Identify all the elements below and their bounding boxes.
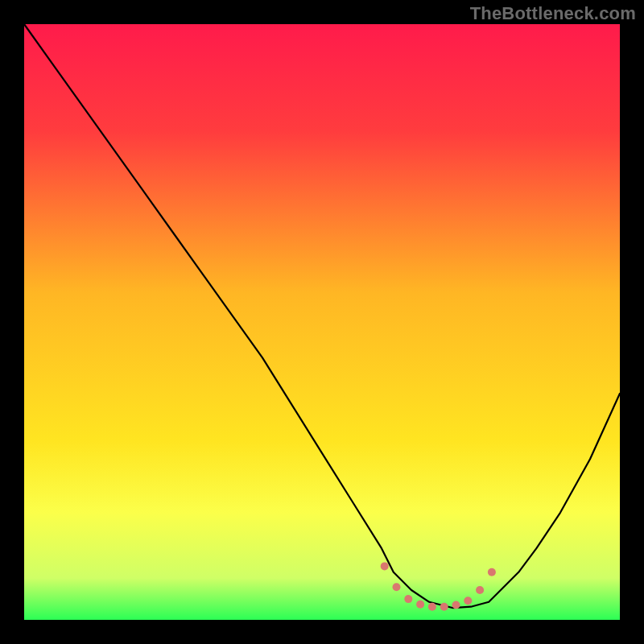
highlight-dot: [404, 595, 412, 603]
highlight-dot: [464, 597, 472, 605]
highlight-dot: [476, 586, 484, 594]
plot-background: [24, 24, 620, 620]
highlight-dot: [452, 601, 460, 609]
highlight-dot: [428, 603, 436, 611]
chart-stage: TheBottleneck.com: [0, 0, 644, 644]
highlight-dot: [440, 603, 448, 611]
highlight-dot: [416, 601, 424, 609]
watermark-label: TheBottleneck.com: [470, 3, 636, 24]
highlight-dot: [381, 562, 389, 570]
highlight-dot: [488, 568, 496, 576]
highlight-dot: [393, 583, 401, 591]
bottleneck-plot: [0, 0, 644, 644]
